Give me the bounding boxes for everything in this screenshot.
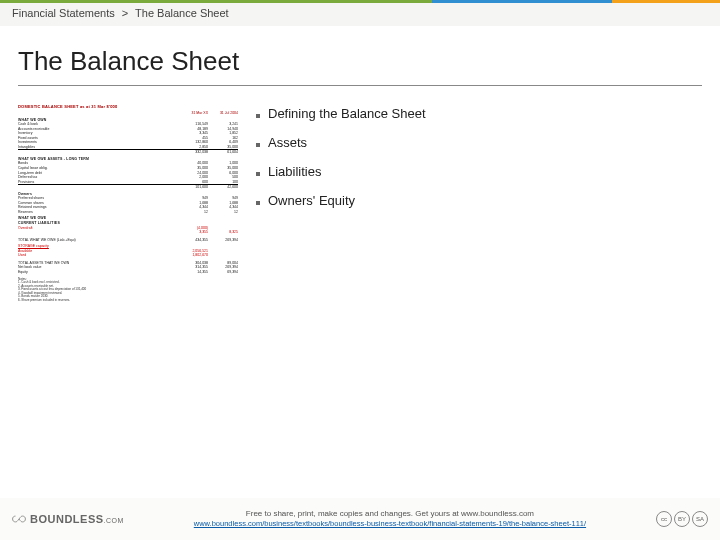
bullet-icon (256, 172, 260, 176)
thumb-notes: Notes: 1. Cash & bank excl. restricted. … (18, 278, 238, 303)
title-section: The Balance Sheet (0, 26, 720, 94)
balance-sheet-thumbnail: DOMESTIC BALANCE SHEET as at 31 Mar $'00… (18, 104, 238, 384)
breadcrumb-bar: Financial Statements > The Balance Sheet (0, 0, 720, 26)
bullet-icon (256, 114, 260, 118)
thumb-title: DOMESTIC BALANCE SHEET as at 31 Mar $'00… (18, 104, 238, 109)
footer-link[interactable]: www.boundless.com/business/textbooks/bou… (194, 519, 586, 528)
brand-logo[interactable]: BOUNDLESS.COM (12, 512, 124, 526)
footer-tagline: Free to share, print, make copies and ch… (124, 509, 656, 519)
list-item[interactable]: Defining the Balance Sheet (256, 106, 702, 121)
bullet-icon (256, 201, 260, 205)
list-item[interactable]: Assets (256, 135, 702, 150)
page-title: The Balance Sheet (18, 46, 702, 86)
footer-text: Free to share, print, make copies and ch… (124, 509, 656, 530)
breadcrumb-root[interactable]: Financial Statements (12, 7, 115, 19)
infinity-icon (12, 512, 26, 526)
bullet-icon (256, 143, 260, 147)
breadcrumb-current: The Balance Sheet (135, 7, 229, 19)
list-item[interactable]: Owners' Equity (256, 193, 702, 208)
footer: BOUNDLESS.COM Free to share, print, make… (0, 498, 720, 540)
topic-list: Defining the Balance Sheet Assets Liabil… (256, 104, 702, 384)
cc-license: cc BY SA (656, 511, 708, 527)
list-item[interactable]: Liabilities (256, 164, 702, 179)
breadcrumb: Financial Statements > The Balance Sheet (12, 7, 229, 19)
cc-icon: cc (656, 511, 672, 527)
sa-icon: SA (692, 511, 708, 527)
breadcrumb-sep: > (122, 7, 128, 19)
content: DOMESTIC BALANCE SHEET as at 31 Mar $'00… (0, 94, 720, 384)
by-icon: BY (674, 511, 690, 527)
